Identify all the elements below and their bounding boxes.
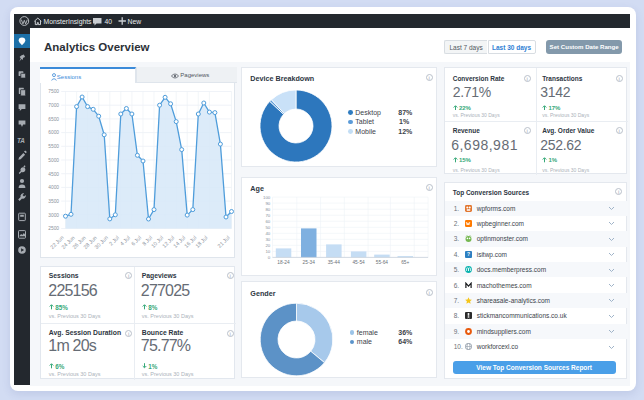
svg-text:30: 30: [266, 237, 271, 242]
svg-text:100: 100: [263, 195, 271, 200]
svg-text:65+: 65+: [401, 260, 409, 265]
svg-text:0: 0: [268, 255, 271, 260]
svg-text:5000: 5000: [48, 158, 59, 163]
svg-text:6500: 6500: [48, 117, 59, 122]
svg-text:90: 90: [266, 201, 271, 206]
svg-text:45-54: 45-54: [353, 260, 366, 265]
svg-text:80: 80: [266, 207, 271, 212]
svg-text:TA: TA: [17, 137, 25, 144]
svg-text:3000: 3000: [48, 213, 59, 218]
svg-text:18 Jul: 18 Jul: [194, 234, 208, 248]
svg-text:7500: 7500: [48, 89, 59, 94]
svg-text:4000: 4000: [48, 185, 59, 190]
svg-text:4 Jul: 4 Jul: [119, 234, 131, 246]
svg-text:4500: 4500: [48, 172, 59, 177]
svg-text:3500: 3500: [48, 199, 59, 204]
svg-text:2 Jul: 2 Jul: [108, 234, 120, 246]
svg-text:40: 40: [266, 231, 271, 236]
svg-text:7000: 7000: [48, 103, 59, 108]
svg-text:35-44: 35-44: [328, 260, 341, 265]
svg-text:55-64: 55-64: [376, 260, 389, 265]
svg-text:10: 10: [266, 249, 271, 254]
svg-text:5500: 5500: [48, 144, 59, 149]
svg-text:6 Jul: 6 Jul: [130, 234, 142, 246]
svg-text:60: 60: [266, 219, 271, 224]
svg-text:70: 70: [266, 213, 271, 218]
svg-text:50: 50: [266, 225, 271, 230]
svg-text:?: ?: [467, 251, 470, 257]
svg-text:6000: 6000: [48, 130, 59, 135]
svg-text:2500: 2500: [48, 226, 59, 231]
svg-text:20: 20: [266, 243, 271, 248]
svg-text:18-24: 18-24: [278, 260, 291, 265]
svg-text:25-34: 25-34: [303, 260, 316, 265]
svg-text:21 Jul: 21 Jul: [216, 234, 230, 248]
